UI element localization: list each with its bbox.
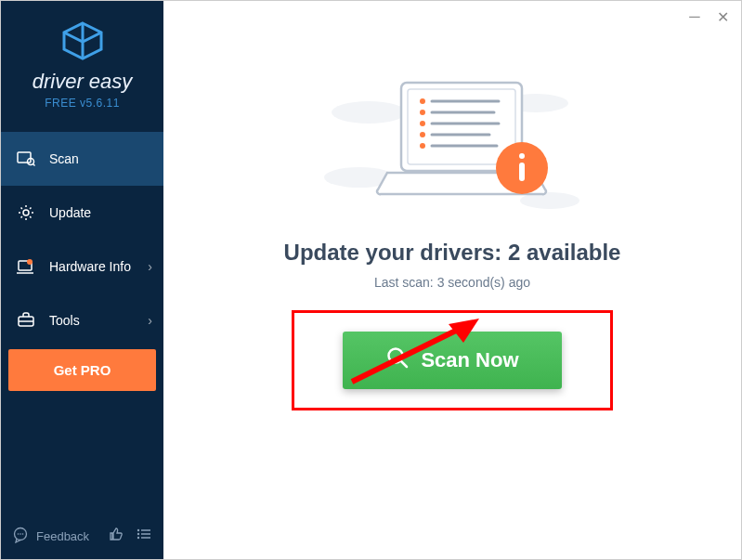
svg-point-15 (137, 537, 139, 539)
tools-icon (16, 310, 36, 331)
list-menu-icon[interactable] (136, 526, 152, 546)
svg-rect-0 (18, 152, 31, 163)
svg-point-19 (332, 101, 406, 124)
page-heading: Update your drivers: 2 available (284, 240, 621, 266)
scan-now-label: Scan Now (421, 348, 518, 372)
sidebar-item-tools[interactable]: Tools › (1, 293, 163, 347)
svg-point-31 (420, 132, 425, 137)
sidebar-nav: Scan Update Hardware Info › Tools (1, 132, 163, 347)
chat-icon (12, 527, 29, 546)
svg-point-3 (23, 210, 29, 215)
svg-point-25 (420, 98, 425, 104)
feedback-button[interactable]: Feedback (12, 527, 89, 546)
brand-logo-icon (60, 21, 105, 64)
scan-now-button[interactable]: Scan Now (343, 332, 561, 389)
scan-nav-icon (16, 149, 36, 169)
get-pro-button[interactable]: Get PRO (8, 349, 156, 391)
laptop-illustration (313, 66, 592, 228)
svg-point-27 (420, 110, 425, 115)
svg-point-12 (22, 533, 24, 535)
svg-point-29 (420, 121, 425, 126)
main-content: ─ ✕ (163, 1, 741, 559)
sidebar-item-update[interactable]: Update (1, 186, 163, 240)
chevron-right-icon: › (148, 313, 152, 328)
sidebar-item-label: Hardware Info (49, 259, 131, 274)
svg-point-33 (420, 143, 425, 149)
gear-icon (16, 202, 36, 223)
sidebar: driver easy FREE v5.6.11 Scan Update (1, 1, 163, 559)
svg-point-10 (18, 533, 20, 535)
svg-line-2 (33, 164, 35, 166)
window-controls: ─ ✕ (687, 8, 730, 26)
minimize-icon[interactable]: ─ (687, 8, 702, 26)
chevron-right-icon: › (148, 259, 152, 274)
svg-point-6 (27, 259, 33, 265)
sidebar-bottom-icons (108, 526, 152, 546)
thumbs-up-icon[interactable] (108, 526, 124, 546)
svg-point-14 (137, 533, 139, 535)
sidebar-bottom: Feedback (1, 513, 163, 559)
svg-line-39 (401, 361, 407, 367)
close-icon[interactable]: ✕ (715, 8, 730, 26)
sidebar-item-label: Tools (49, 313, 80, 328)
content-area: Update your drivers: 2 available Last sc… (163, 1, 741, 410)
logo-area: driver easy FREE v5.6.11 (1, 1, 163, 123)
version-label: FREE v5.6.11 (1, 97, 163, 110)
sidebar-item-hardware-info[interactable]: Hardware Info › (1, 240, 163, 293)
svg-point-36 (519, 153, 525, 159)
scan-highlight-box: Scan Now (292, 310, 612, 410)
magnify-icon (385, 345, 410, 375)
hardware-icon (16, 256, 36, 277)
app-window: driver easy FREE v5.6.11 Scan Update (0, 0, 742, 560)
brand-name: driver easy (1, 70, 163, 94)
svg-point-13 (137, 529, 139, 531)
get-pro-label: Get PRO (54, 362, 111, 378)
sidebar-item-label: Update (49, 205, 91, 220)
feedback-label: Feedback (36, 529, 89, 543)
last-scan-text: Last scan: 3 second(s) ago (374, 275, 530, 290)
sidebar-item-label: Scan (49, 151, 79, 166)
sidebar-item-scan[interactable]: Scan (1, 132, 163, 186)
svg-point-11 (20, 533, 21, 535)
svg-rect-37 (519, 163, 525, 181)
